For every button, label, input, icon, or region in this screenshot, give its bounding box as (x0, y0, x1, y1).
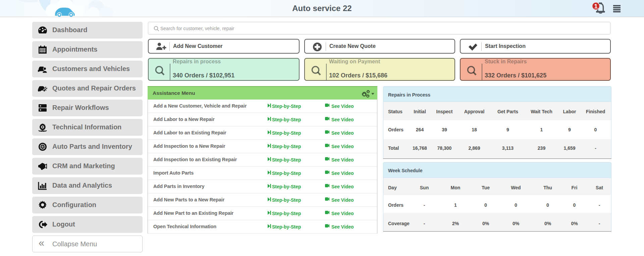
svg-text:1: 1 (594, 3, 598, 10)
